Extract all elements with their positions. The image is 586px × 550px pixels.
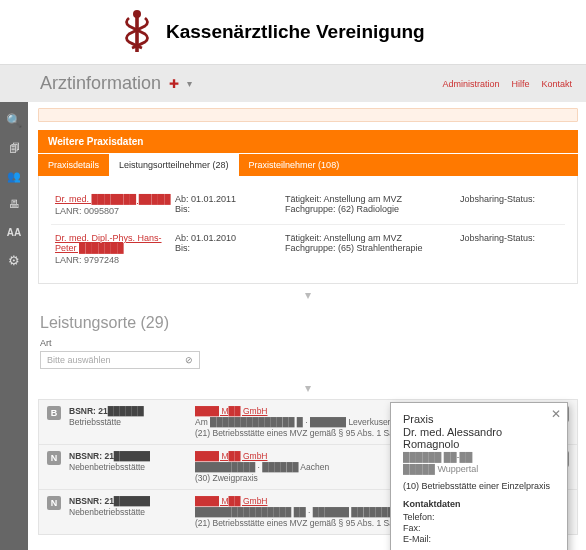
leistungsorte-title: Leistungsorte (29) (40, 314, 578, 332)
site-type: Nebenbetriebsstätte (69, 507, 187, 517)
date-to: Bis: (175, 204, 285, 214)
resize-handle-icon[interactable]: ▾ (38, 284, 578, 306)
site-badge: B (47, 406, 61, 420)
popup-kontakt-head: Kontaktdaten (403, 499, 555, 509)
sidebar: 🔍 🗐 👥 🖶 AA ⚙ (0, 102, 28, 550)
tab-leistungsortteilnehmer[interactable]: Leistungsortteilnehmer (28) (109, 154, 239, 176)
site-badge: N (47, 496, 61, 510)
table-row: Dr. med. Dipl.-Phys. Hans-Peter ███████ … (51, 225, 565, 273)
teilnehmer-panel: Dr. med. ███████ █████ LANR: 0095807 Ab:… (38, 176, 578, 284)
fachgruppe-value: Fachgruppe: (62) Radiologie (285, 204, 460, 214)
popup-addr-line2: █████ Wuppertal (403, 464, 555, 476)
popup-tel: Telefon: (403, 512, 555, 522)
popup-fax: Fax: (403, 523, 555, 533)
doctor-name-link[interactable]: Dr. med. ███████ █████ (55, 194, 175, 204)
bsnr-value: NBSNR: 21██████ (69, 451, 150, 461)
table-row: Dr. med. ███████ █████ LANR: 0095807 Ab:… (51, 186, 565, 225)
bsnr-value: BSNR: 21██████ (69, 406, 144, 416)
link-help[interactable]: Hilfe (511, 79, 529, 89)
tab-praxisteilnehmer[interactable]: Praxisteilnehmer (108) (239, 154, 350, 176)
site-badge: N (47, 451, 61, 465)
date-from: Ab: 01.01.2010 (175, 233, 285, 243)
lanr-value: LANR: 9797248 (55, 255, 175, 265)
popup-email: E-Mail: (403, 534, 555, 544)
chevron-down-icon[interactable]: ▾ (187, 78, 192, 89)
tab-praxisdetails[interactable]: Praxisdetails (38, 154, 109, 176)
site-type: Betriebsstätte (69, 417, 187, 427)
notice-bar (38, 108, 578, 122)
resize-handle-icon[interactable]: ▾ (38, 377, 578, 399)
logo-caduceus (120, 8, 154, 56)
activity-value: Tätigkeit: Anstellung am MVZ (285, 194, 460, 204)
jobsharing-value: Jobsharing-Status: (460, 233, 561, 243)
popup-title: Praxis (403, 413, 555, 425)
activity-value: Tätigkeit: Anstellung am MVZ (285, 233, 460, 243)
doctor-name-link[interactable]: Dr. med. Dipl.-Phys. Hans-Peter ███████ (55, 233, 175, 253)
font-size-icon[interactable]: AA (0, 218, 28, 246)
popup-praxis-type: (10) Betriebsstätte einer Einzelpraxis (403, 481, 555, 491)
page-search-icon[interactable]: 🗐 (0, 134, 28, 162)
art-select[interactable]: Bitte auswählen ⊘ (40, 351, 200, 369)
lanr-value: LANR: 0095807 (55, 206, 175, 216)
brand-title: Kassenärztliche Vereinigung (166, 21, 425, 43)
art-label: Art (40, 338, 578, 348)
link-administration[interactable]: Administration (442, 79, 499, 89)
popup-addr-line1: ██████ ██-██ (403, 452, 555, 464)
popup-doctor-name: Dr. med. Alessandro Romagnolo (403, 426, 555, 450)
art-placeholder: Bitte auswählen (47, 355, 111, 365)
fachgruppe-value: Fachgruppe: (65) Strahlentherapie (285, 243, 460, 253)
close-icon[interactable]: ✕ (551, 407, 561, 421)
date-to: Bis: (175, 243, 285, 253)
date-from: Ab: 01.01.2011 (175, 194, 285, 204)
link-contact[interactable]: Kontakt (541, 79, 572, 89)
medical-cross-icon: ✚ (169, 77, 179, 91)
gear-icon[interactable]: ⚙ (0, 246, 28, 274)
search-icon[interactable]: 🔍 (0, 106, 28, 134)
section-header: Weitere Praxisdaten (38, 130, 578, 153)
bsnr-value: NBSNR: 21██████ (69, 496, 150, 506)
praxis-popup: ✕ Praxis Dr. med. Alessandro Romagnolo █… (390, 402, 568, 550)
clear-icon[interactable]: ⊘ (185, 355, 193, 365)
print-icon[interactable]: 🖶 (0, 190, 28, 218)
site-type: Nebenbetriebsstätte (69, 462, 187, 472)
app-title: Arztinformation (40, 73, 161, 94)
jobsharing-value: Jobsharing-Status: (460, 194, 561, 204)
user-pair-icon[interactable]: 👥 (0, 162, 28, 190)
